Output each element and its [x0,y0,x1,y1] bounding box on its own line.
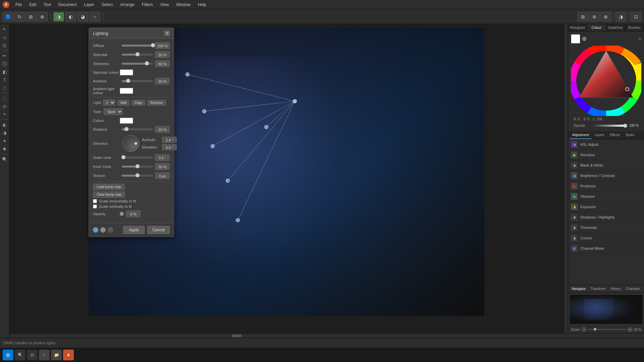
tool-dodge[interactable]: ◐ [1,121,8,128]
scale-v-checkbox[interactable] [93,204,97,208]
clear-bump-button[interactable]: Clear bump map [93,191,125,198]
adj-channel-mixer[interactable]: ▦ Channel Mixer [568,243,644,254]
adj-threshold[interactable]: ◑ Threshold [568,223,644,233]
toolbar-extra1[interactable]: ⊡ [631,12,641,21]
toolbar-magnet[interactable]: ⊛ [589,12,600,21]
menu-filters[interactable]: Filters [139,2,156,8]
zoom-slider[interactable] [588,329,626,330]
remove-light-button[interactable]: Remove [147,100,166,106]
canvas[interactable]: Lighting ✕ Diffuse 100 % [9,24,564,333]
tool-paint[interactable]: ✏ [1,52,8,59]
tool-node[interactable]: ◇ [1,34,8,41]
ambient-slider[interactable] [122,80,153,82]
toolbar-grid[interactable]: ⊞ [578,12,588,21]
light-handle-3[interactable] [264,125,268,129]
diffuse-slider[interactable] [122,45,153,47]
zoom-out-button[interactable]: - [582,327,586,332]
copy-light-button[interactable]: Copy [131,100,145,106]
windows-start-button[interactable]: ⊞ [3,350,13,360]
nav-tab-navigator[interactable]: Navigator [570,286,588,291]
toolbar-new[interactable]: 🔵 [3,12,13,21]
menu-arrange[interactable]: Arrange [117,2,138,8]
tool-select3[interactable]: ⌖ [1,111,8,118]
light-handle-1[interactable] [185,72,190,76]
outer-cone-slider[interactable] [122,157,153,159]
direction-wheel[interactable] [122,135,139,152]
nav-tab-history[interactable]: History [608,286,623,291]
scale-h-checkbox[interactable] [93,199,97,203]
taskbar-search[interactable]: 🔍 [15,350,25,360]
color-wheel-svg[interactable] [571,46,641,116]
adj-exposure[interactable]: ◑ Exposure [568,202,644,212]
zoom-in-button[interactable]: + [628,327,632,332]
taskbar-affinity[interactable]: A [63,350,74,360]
nav-tab-transform[interactable]: Transform [589,286,608,291]
tool-shape[interactable]: □ [1,84,8,92]
menu-window[interactable]: Window [173,2,194,8]
tab-colour[interactable]: Colour [587,24,606,31]
taskbar-explorer[interactable]: 📁 [51,350,62,360]
light-handle-center[interactable] [293,99,297,103]
toolbar-tool1[interactable]: ⊞ [25,12,36,21]
adj-shadows-highlights[interactable]: ◑ Shadows / Highlights [568,212,644,223]
cancel-button[interactable]: Cancel [147,226,170,234]
toolbar-refresh[interactable]: ↻ [14,12,25,21]
distance-slider[interactable] [122,128,153,130]
nav-tab-channels[interactable]: Channels [624,286,642,291]
light-handle-5[interactable] [226,179,230,183]
colour-swatch[interactable] [120,118,133,124]
menu-text[interactable]: Text [40,2,54,8]
footer-icon-1[interactable] [93,227,98,233]
adj-brightness-contrast[interactable]: ◑ Brightness / Contrast [568,171,644,181]
adj-curves[interactable]: ◑ Curves [568,233,644,243]
tool-pointer[interactable]: ↖ [1,25,8,33]
tab-brushes[interactable]: Brushes [625,24,644,31]
tab-styles[interactable]: Styles [623,131,637,139]
tool-fill[interactable]: ⬛ [1,60,8,67]
light-handle-2[interactable] [202,109,206,113]
taskbar-task-view[interactable]: ⊡ [27,350,38,360]
menu-view[interactable]: View [157,2,172,8]
specular-slider[interactable] [122,54,153,56]
menu-layer[interactable]: Layer [81,2,98,8]
add-light-button[interactable]: Add [117,100,129,106]
inner-cone-slider[interactable] [122,166,153,168]
adj-vibrance[interactable]: ◈ Vibrance [568,191,644,202]
toolbar-mode4[interactable]: ○ [90,12,100,21]
tab-histogram[interactable]: Histogram [568,24,587,31]
taskbar-ie[interactable]: e [39,350,50,360]
footer-icon-2[interactable] [100,227,106,233]
foreground-swatch[interactable] [571,34,580,44]
toolbar-mode3[interactable]: ◕ [77,12,88,21]
pencil-icon[interactable]: ✏ [639,37,641,41]
tool-select2[interactable]: ⊙ [1,103,8,110]
tool-zoom[interactable]: 🔍 [1,156,8,163]
tab-effects[interactable]: Effects [607,131,623,139]
light-handle-6[interactable] [236,218,240,222]
tab-swatches[interactable]: Swatches [606,24,625,31]
adj-hsl-adjust[interactable]: ◑ HSL Adjust [568,139,644,150]
tool-clone[interactable]: ✦ [1,137,8,144]
load-bump-button[interactable]: Load bump map [93,184,124,190]
light-handle-4[interactable] [211,144,215,148]
footer-icon-3[interactable] [108,227,113,233]
ambient-colour-swatch[interactable] [120,88,133,94]
adj-posterize[interactable]: ▲ Posterize [568,181,644,191]
toolbar-mode1[interactable]: ◑ [53,12,64,21]
apply-button[interactable]: Apply [123,226,145,234]
tab-adjustment[interactable]: Adjustment [570,131,592,139]
tool-text[interactable]: T [1,76,8,83]
tool-crop[interactable]: ⊡ [1,42,8,49]
texture-slider[interactable] [122,175,153,177]
toolbar-mode2[interactable]: ◐ [65,12,76,21]
adj-black-white[interactable]: ◑ Black & White [568,160,644,171]
tab-layers[interactable]: Layers [592,131,607,139]
vertical-scrollbar[interactable] [564,24,568,333]
menu-file[interactable]: File [12,2,25,8]
opacity-slider[interactable] [592,125,625,127]
menu-help[interactable]: Help [195,2,210,8]
tool-gradient[interactable]: ◧ [1,68,8,75]
shininess-slider[interactable] [122,63,153,65]
toolbar-tool2[interactable]: ⊕ [37,12,48,21]
tool-burn[interactable]: ◑ [1,129,8,136]
